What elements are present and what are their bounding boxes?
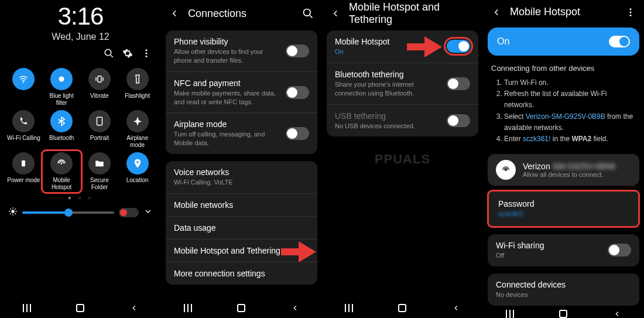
vibrate-icon[interactable] <box>88 68 111 90</box>
qs-label: Bluetooth <box>49 135 74 149</box>
back-icon[interactable] <box>330 8 341 19</box>
qs-label: Secure Folder <box>82 177 118 191</box>
svg-point-1 <box>146 49 148 51</box>
navigation-bar <box>483 309 644 318</box>
clock-date: Wed, June 12 <box>0 32 161 42</box>
folder-icon[interactable] <box>88 152 111 175</box>
search-icon[interactable] <box>302 8 314 19</box>
toggle-switch[interactable] <box>447 77 470 90</box>
qs-rotate[interactable]: Portrait <box>82 110 118 149</box>
list-item[interactable]: Bluetooth tetheringShare your phone's in… <box>327 63 478 104</box>
power-icon[interactable] <box>12 152 35 175</box>
rotate-icon[interactable] <box>88 110 111 132</box>
page-title: Connections <box>188 8 302 20</box>
nav-back[interactable] <box>126 303 142 313</box>
brightness-slider[interactable] <box>22 211 114 214</box>
chevron-down-icon[interactable] <box>143 207 153 218</box>
qs-label: Power mode <box>7 177 40 191</box>
nav-recents[interactable] <box>341 303 357 313</box>
nav-back[interactable] <box>287 303 303 313</box>
svg-point-13 <box>630 8 632 10</box>
toggle-switch[interactable] <box>286 86 309 99</box>
nav-recents[interactable] <box>180 303 196 313</box>
svg-point-2 <box>146 53 148 54</box>
search-icon[interactable] <box>104 48 114 61</box>
toggle-switch[interactable] <box>609 36 630 47</box>
list-item[interactable]: Mobile networks <box>166 193 317 216</box>
brightness-auto-toggle[interactable] <box>119 208 139 217</box>
toggle-switch[interactable] <box>608 244 631 257</box>
hotspot-icon <box>496 160 516 180</box>
nav-home[interactable] <box>72 303 88 313</box>
tethering-screen: Mobile Hotspot and Tethering Mobile Hots… <box>322 0 483 318</box>
hotspot-icon[interactable] <box>50 152 73 175</box>
qs-power[interactable]: Power mode <box>6 152 42 191</box>
page-title: Mobile Hotspot <box>510 6 625 18</box>
instruction-step: Refresh the list of available Wi-Fi netw… <box>504 88 636 111</box>
flashlight-icon[interactable] <box>126 68 149 90</box>
more-icon[interactable] <box>141 48 152 61</box>
qs-folder[interactable]: Secure Folder <box>82 152 118 191</box>
arrow-pointer <box>281 239 316 265</box>
hotspot-master-toggle[interactable]: On <box>488 28 639 56</box>
gear-icon[interactable] <box>122 48 133 61</box>
blue-light-icon[interactable] <box>50 68 73 90</box>
connected-title: Connected devices <box>496 280 631 289</box>
toggle-switch[interactable] <box>286 45 309 57</box>
svg-point-4 <box>23 82 24 83</box>
list-item[interactable]: Data usage <box>166 216 317 239</box>
back-icon[interactable] <box>169 8 180 19</box>
list-item[interactable]: Phone visibilityAllow other devices to f… <box>166 30 317 71</box>
list-item[interactable]: USB tetheringNo USB devices connected. <box>327 104 478 137</box>
wifi-sharing-row[interactable]: Wi-Fi sharing Off <box>488 234 639 266</box>
back-icon[interactable] <box>491 7 502 18</box>
nav-recents[interactable] <box>19 303 35 313</box>
toggle-switch[interactable] <box>286 127 309 140</box>
qs-label: Portrait <box>90 135 109 149</box>
nav-home[interactable] <box>233 303 249 313</box>
svg-point-14 <box>630 11 632 13</box>
network-card[interactable]: Verizon SM-G925V-0B9B Allow all devices … <box>488 154 639 186</box>
qs-bluetooth[interactable]: Bluetooth <box>44 110 80 149</box>
wifi-calling-icon[interactable] <box>12 110 35 132</box>
list-item[interactable]: More connection settings <box>166 262 317 285</box>
location-icon[interactable] <box>126 152 149 175</box>
instruction-step: Turn Wi-Fi on. <box>504 77 636 88</box>
password-row[interactable]: Password sczk361! <box>490 193 637 225</box>
toggle-switch[interactable] <box>447 114 470 127</box>
list-item[interactable]: Mobile HotspotOn <box>327 30 478 63</box>
bluetooth-icon[interactable] <box>50 110 73 132</box>
nav-back[interactable] <box>448 303 464 313</box>
svg-point-10 <box>136 161 139 163</box>
instructions-title: Connecting from other devices <box>491 64 636 73</box>
list-item[interactable]: Voice networksWi-Fi Calling, VoLTE <box>166 161 317 193</box>
qs-blue-light[interactable]: Blue light filter <box>44 68 80 107</box>
nav-back[interactable] <box>609 309 625 318</box>
qs-hotspot[interactable]: Mobile Hotspot <box>44 152 80 191</box>
qs-flashlight[interactable]: Flashlight <box>119 68 155 107</box>
hotspot-screen: Mobile Hotspot On Connecting from other … <box>483 0 644 318</box>
nav-recents[interactable] <box>502 309 518 318</box>
qs-label: Vibrate <box>90 93 109 107</box>
qs-wifi[interactable] <box>6 68 42 107</box>
wifi-icon[interactable] <box>12 68 35 90</box>
network-sub: Allow all devices to connect. <box>523 171 631 178</box>
qs-location[interactable]: Location <box>119 152 155 191</box>
arrow-pointer <box>407 34 442 60</box>
more-icon[interactable] <box>625 7 636 18</box>
watermark: PPUALS <box>375 152 430 167</box>
network-name: Verizon SM-G925V-0B9B <box>523 162 631 171</box>
connected-devices-row[interactable]: Connected devices No devices <box>488 273 639 306</box>
airplane-icon[interactable] <box>126 110 149 132</box>
nav-home[interactable] <box>555 309 571 318</box>
qs-label: Flashlight <box>125 93 150 107</box>
list-item[interactable]: NFC and paymentMake mobile payments, sha… <box>166 71 317 113</box>
qs-airplane[interactable]: Airplane mode <box>119 110 155 149</box>
nav-home[interactable] <box>394 303 410 313</box>
toggle-switch[interactable] <box>447 40 470 53</box>
qs-vibrate[interactable]: Vibrate <box>82 68 118 107</box>
svg-point-9 <box>61 163 63 165</box>
qs-wifi-calling[interactable]: Wi-Fi Calling <box>6 110 42 149</box>
list-item[interactable]: Airplane modeTurn off calling, messaging… <box>166 112 317 154</box>
svg-point-12 <box>304 9 311 16</box>
